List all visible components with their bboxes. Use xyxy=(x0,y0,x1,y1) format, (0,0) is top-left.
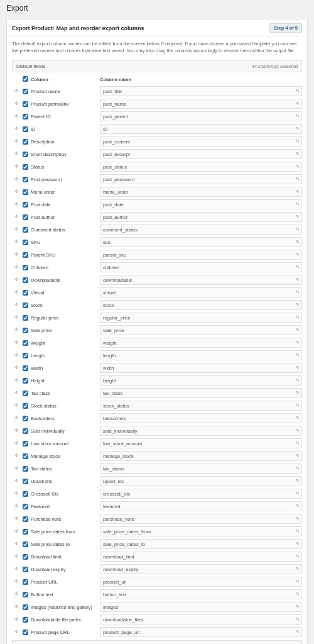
column-name-input[interactable] xyxy=(100,174,302,184)
column-name-input[interactable] xyxy=(100,99,302,109)
drag-handle-icon[interactable]: ✥ xyxy=(14,328,19,333)
row-checkbox[interactable] xyxy=(23,567,28,572)
row-checkbox[interactable] xyxy=(23,516,28,522)
column-name-input[interactable] xyxy=(100,287,302,297)
column-name-input[interactable] xyxy=(100,338,302,348)
column-name-input[interactable] xyxy=(100,526,302,536)
column-name-input[interactable] xyxy=(100,162,302,172)
drag-handle-icon[interactable]: ✥ xyxy=(14,466,19,471)
column-name-input[interactable] xyxy=(100,401,302,411)
row-checkbox[interactable] xyxy=(23,177,28,182)
row-checkbox[interactable] xyxy=(23,630,28,635)
row-checkbox[interactable] xyxy=(23,617,28,623)
select-all-checkbox[interactable] xyxy=(23,76,28,82)
column-name-input[interactable] xyxy=(100,275,302,285)
row-checkbox[interactable] xyxy=(23,491,28,497)
column-name-input[interactable] xyxy=(100,124,302,134)
row-checkbox[interactable] xyxy=(23,365,28,371)
row-checkbox[interactable] xyxy=(23,214,28,220)
row-checkbox[interactable] xyxy=(23,428,28,434)
drag-handle-icon[interactable]: ✥ xyxy=(14,365,19,370)
column-name-input[interactable] xyxy=(100,149,302,159)
column-name-input[interactable] xyxy=(100,212,302,222)
row-checkbox[interactable] xyxy=(23,164,28,170)
drag-handle-icon[interactable]: ✥ xyxy=(14,315,19,320)
row-checkbox[interactable] xyxy=(23,114,28,119)
drag-handle-icon[interactable]: ✥ xyxy=(14,479,19,484)
row-checkbox[interactable] xyxy=(23,277,28,283)
column-name-input[interactable] xyxy=(100,413,302,423)
column-name-input[interactable] xyxy=(100,501,302,511)
column-name-input[interactable] xyxy=(100,426,302,436)
row-checkbox[interactable] xyxy=(23,315,28,321)
drag-handle-icon[interactable]: ✥ xyxy=(14,265,19,270)
drag-handle-icon[interactable]: ✥ xyxy=(14,604,19,609)
row-checkbox[interactable] xyxy=(23,227,28,233)
row-checkbox[interactable] xyxy=(23,101,28,107)
column-name-input[interactable] xyxy=(100,438,302,448)
row-checkbox[interactable] xyxy=(23,453,28,459)
drag-handle-icon[interactable]: ✥ xyxy=(14,189,19,194)
row-checkbox[interactable] xyxy=(23,89,28,94)
drag-handle-icon[interactable]: ✥ xyxy=(14,453,19,458)
drag-handle-icon[interactable]: ✥ xyxy=(14,252,19,257)
column-name-input[interactable] xyxy=(100,237,302,247)
column-name-input[interactable] xyxy=(100,476,302,486)
column-name-input[interactable] xyxy=(100,187,302,197)
column-name-input[interactable] xyxy=(100,250,302,260)
row-checkbox[interactable] xyxy=(23,391,28,396)
column-name-input[interactable] xyxy=(100,564,302,574)
row-checkbox[interactable] xyxy=(23,202,28,208)
column-name-input[interactable] xyxy=(100,199,302,209)
drag-handle-icon[interactable]: ✥ xyxy=(14,592,19,597)
drag-handle-icon[interactable]: ✥ xyxy=(14,303,19,308)
row-checkbox[interactable] xyxy=(23,529,28,535)
drag-handle-icon[interactable]: ✥ xyxy=(14,579,19,584)
drag-handle-icon[interactable]: ✥ xyxy=(14,240,19,245)
row-checkbox[interactable] xyxy=(23,403,28,409)
row-checkbox[interactable] xyxy=(23,126,28,132)
column-name-input[interactable] xyxy=(100,262,302,272)
drag-handle-icon[interactable]: ✥ xyxy=(14,101,19,106)
drag-handle-icon[interactable]: ✥ xyxy=(14,290,19,295)
row-checkbox[interactable] xyxy=(23,340,28,346)
drag-handle-icon[interactable]: ✥ xyxy=(14,541,19,547)
row-checkbox[interactable] xyxy=(23,466,28,472)
drag-handle-icon[interactable]: ✥ xyxy=(14,89,19,94)
column-name-input[interactable] xyxy=(100,514,302,524)
row-checkbox[interactable] xyxy=(23,592,28,597)
column-name-input[interactable] xyxy=(100,350,302,360)
column-name-input[interactable] xyxy=(100,577,302,587)
drag-handle-icon[interactable]: ✥ xyxy=(14,516,19,521)
row-checkbox[interactable] xyxy=(23,265,28,270)
drag-handle-icon[interactable]: ✥ xyxy=(14,428,19,433)
row-checkbox[interactable] xyxy=(23,328,28,333)
row-checkbox[interactable] xyxy=(23,541,28,547)
drag-handle-icon[interactable]: ✥ xyxy=(14,277,19,282)
column-name-input[interactable] xyxy=(100,627,302,637)
row-checkbox[interactable] xyxy=(23,554,28,560)
drag-handle-icon[interactable]: ✥ xyxy=(14,529,19,534)
column-name-input[interactable] xyxy=(100,539,302,549)
drag-handle-icon[interactable]: ✥ xyxy=(14,214,19,219)
drag-handle-icon[interactable]: ✥ xyxy=(14,164,19,169)
column-name-input[interactable] xyxy=(100,225,302,235)
row-checkbox[interactable] xyxy=(23,240,28,245)
column-name-input[interactable] xyxy=(100,136,302,147)
column-name-input[interactable] xyxy=(100,363,302,373)
drag-handle-icon[interactable]: ✥ xyxy=(14,152,19,157)
row-checkbox[interactable] xyxy=(23,504,28,509)
section-accordion[interactable]: Taxonomies (cat/tags/shipping-class)5 co… xyxy=(12,640,302,644)
row-checkbox[interactable] xyxy=(23,252,28,258)
drag-handle-icon[interactable]: ✥ xyxy=(14,114,19,119)
drag-handle-icon[interactable]: ✥ xyxy=(14,554,19,559)
drag-handle-icon[interactable]: ✥ xyxy=(14,353,19,358)
column-name-input[interactable] xyxy=(100,451,302,461)
column-name-input[interactable] xyxy=(100,552,302,562)
column-name-input[interactable] xyxy=(100,300,302,310)
row-checkbox[interactable] xyxy=(23,303,28,308)
drag-handle-icon[interactable]: ✥ xyxy=(14,504,19,509)
row-checkbox[interactable] xyxy=(23,139,28,145)
row-checkbox[interactable] xyxy=(23,152,28,157)
drag-handle-icon[interactable]: ✥ xyxy=(14,202,19,207)
